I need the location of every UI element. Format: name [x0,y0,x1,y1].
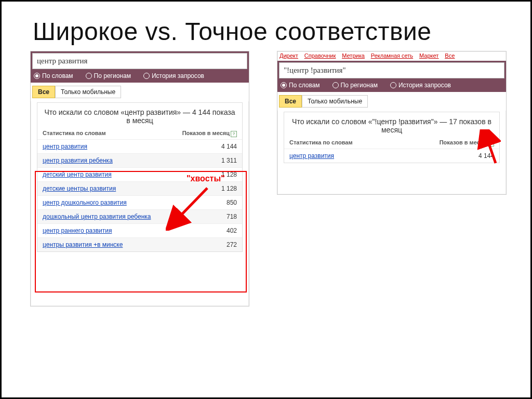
tab-mobile[interactable]: Только мобильные [302,95,368,108]
count-value: 718 [227,213,237,220]
table-row: центр развития4 144 [37,139,242,153]
table-header: Статистика по словам Показов в месяц? [284,137,499,149]
count-value: 4 144 [221,143,237,150]
table-row: центр раннего развития402 [37,223,242,237]
top-nav-links: Директ Справочник Метрика Рекламная сеть… [277,51,506,61]
nav-link[interactable]: Рекламная сеть [371,52,413,59]
col-keyword: Статистика по словам [289,139,353,147]
table-header: Статистика по словам Показов в месяц? [37,128,242,139]
tab-all[interactable]: Все [32,86,55,98]
keyword-link[interactable]: детские центры развития [43,185,116,192]
search-input[interactable]: центр развития [32,53,247,69]
table-row: центр развития4 144 [284,149,499,163]
radio-history[interactable]: История запросов [390,82,451,89]
help-icon[interactable]: ? [488,140,494,147]
table-row: центр дошкольного развития850 [37,195,242,209]
radio-dot-icon [390,82,396,88]
count-value: 4 144 [478,152,494,159]
radio-by-words[interactable]: По словам [281,82,320,89]
tab-mobile[interactable]: Только мобильные [55,86,121,98]
help-icon[interactable]: ? [231,131,237,137]
radio-dot-icon [34,73,40,79]
radio-dot-icon [332,82,339,88]
table-row: детские центры развития1 128 [37,181,242,195]
radio-dot-icon [281,82,287,88]
count-value: 1 128 [221,185,237,192]
slide-frame: Широкое vs. Точное соответствие центр ра… [0,0,532,399]
radio-dot-icon [86,73,92,79]
nav-link[interactable]: Метрика [342,52,365,59]
count-value: 272 [227,241,237,248]
col-count: Показов в месяц? [440,139,494,147]
wordstat-panel-broad: центр развития По словам По регионам Ист… [30,51,249,307]
radio-dot-icon [143,73,150,79]
count-value: 402 [227,227,237,234]
count-value: 1 311 [221,157,237,164]
search-wrap: "!центр !развития" [277,61,506,78]
radio-by-regions[interactable]: По регионам [86,72,131,79]
slide-title: Широкое vs. Точное соответствие [2,2,530,51]
table-row: центр развития ребенка1 311 [37,153,242,167]
keyword-link[interactable]: центр развития [43,143,87,150]
radio-history[interactable]: История запросов [143,72,204,79]
keyword-link[interactable]: центры развития +в минске [43,241,123,248]
radio-by-regions[interactable]: По регионам [332,82,378,89]
keyword-link[interactable]: центр дошкольного развития [43,199,127,206]
radio-by-words[interactable]: По словам [34,72,73,79]
mode-radios: По словам По регионам История запросов [277,78,506,92]
keyword-link[interactable]: центр раннего развития [43,227,112,234]
table-row: центры развития +в минске272 [37,237,242,251]
device-tabs: Все Только мобильные [277,92,506,111]
col-keyword: Статистика по словам [43,130,106,137]
annotation-label: "хвосты" [187,174,225,183]
device-tabs: Все Только мобильные [31,83,249,101]
nav-link[interactable]: Директ [280,52,298,59]
nav-link[interactable]: Маркет [419,52,438,59]
wordstat-panel-exact: Директ Справочник Метрика Рекламная сеть… [277,51,507,195]
content-area: центр развития По словам По регионам Ист… [2,51,530,390]
nav-link[interactable]: Все [445,52,455,59]
search-wrap: центр развития [31,51,249,69]
results-summary: Что искали со словом «центр развития» — … [37,103,242,128]
results-summary: Что искали со словом «"!центр !развития"… [284,112,499,137]
results-box: Что искали со словом «"!центр !развития"… [284,112,500,163]
mode-radios: По словам По регионам История запросов [31,69,249,83]
keyword-link[interactable]: центр развития ребенка [43,157,113,164]
keyword-link[interactable]: центр развития [289,152,334,159]
count-value: 850 [227,199,237,206]
table-row: дошкольный центр развития ребенка718 [37,209,242,223]
search-input[interactable]: "!центр !развития" [279,62,504,78]
col-count: Показов в месяц? [182,130,237,137]
keyword-link[interactable]: детский центр развития [43,171,112,178]
nav-link[interactable]: Справочник [304,52,336,59]
keyword-link[interactable]: дошкольный центр развития ребенка [43,213,151,220]
tab-all[interactable]: Все [279,95,302,108]
